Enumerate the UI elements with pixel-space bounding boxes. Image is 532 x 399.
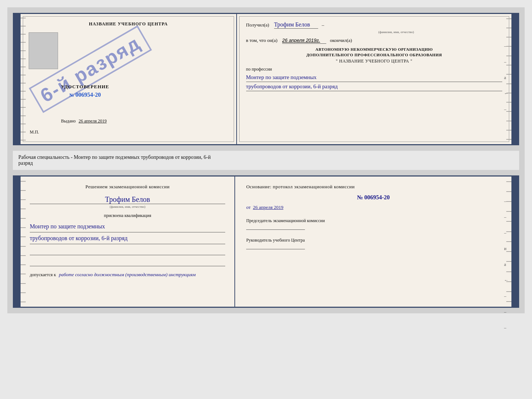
cert-org-line2: ДОПОЛНИТЕЛЬНОГО ПРОФЕССИОНАЛЬНОГО ОБРАЗО… (246, 52, 502, 58)
qual-profession-line1: Монтер по защите подземных (30, 221, 225, 232)
page-wrapper: НАЗВАНИЕ УЧЕБНОГО ЦЕНТРА 6-й разряд УДОС… (7, 7, 525, 313)
qual-director-label: Руководитель учебного Центра (246, 237, 500, 243)
middle-text-block: Рабочая специальность - Монтер по защите… (13, 151, 519, 170)
cert-inthat-row: в том, что он(а) 26 апреля 2019г. окончи… (246, 38, 502, 44)
qual-name-value: Трофим Белов (30, 195, 225, 204)
cert-finished-label: окончил(а) (330, 38, 352, 43)
middle-text-line1: Рабочая специальность - Монтер по защите… (18, 154, 514, 160)
certificate-document: НАЗВАНИЕ УЧЕБНОГО ЦЕНТРА 6-й разряд УДОС… (13, 13, 519, 145)
qual-profession-line2: трубопроводов от коррозии, 6-й разряд (30, 233, 225, 244)
cert-issued-date: 26 апреля 2019 (79, 118, 107, 124)
qual-side-dash-9: – (504, 325, 508, 331)
cert-profession-line2: трубопроводов от коррозии, 6-й разряд (246, 82, 502, 91)
cert-issued-label: Выдано (61, 118, 76, 124)
cert-received-label: Получил(а) (246, 22, 269, 28)
cert-received-row: Получил(а) Трофим Белов – (246, 21, 502, 29)
qual-right-spine (511, 177, 518, 307)
qual-blank-line-2 (30, 259, 225, 266)
cert-received-name: Трофим Белов (274, 21, 318, 29)
qual-director-sign-line (246, 249, 305, 249)
qual-date-block: от 26 апреля 2019 (246, 204, 500, 210)
qual-blank-line-1 (30, 248, 225, 255)
cert-inthat-label: в том, что он(а) (246, 38, 278, 43)
cert-left-border-decoration (21, 14, 26, 144)
qual-left-spine (14, 177, 21, 307)
qual-allowed-block: допускается к работе согласно должностны… (30, 272, 225, 278)
cert-stamp-diagonal: 6-й разряд (30, 13, 150, 125)
qual-protocol-number: № 006954-20 (246, 194, 500, 201)
qual-name-subtext: (фамилия, имя, отчество) (30, 205, 225, 209)
cert-org-line1: АВТОНОМНУЮ НЕКОММЕРЧЕСКУЮ ОРГАНИЗАЦИЮ (246, 47, 502, 52)
qual-chairman-label: Председатель экзаменационной комиссии (246, 218, 500, 224)
qual-allowed-value: работе согласно должностным (производств… (59, 272, 195, 277)
qual-date-value: 26 апреля 2019 (253, 204, 283, 210)
qual-director-block: Руководитель учебного Центра (246, 237, 500, 249)
qual-right-border-decoration (506, 177, 511, 307)
cert-name-subtext: (фамилия, имя, отчество) (290, 30, 502, 34)
cert-org-block: АВТОНОМНУЮ НЕКОММЕРЧЕСКУЮ ОРГАНИЗАЦИЮ ДО… (246, 47, 502, 64)
qual-left-border-decoration (21, 177, 26, 307)
qual-date-prefix: от (246, 204, 251, 210)
cert-profession-line1: Монтер по защите подземных (246, 73, 502, 82)
qualification-document: Решением экзаменационной комиссии Трофим… (13, 175, 519, 308)
cert-number-prefix: № (69, 92, 74, 98)
qual-chairman-sign-line (246, 229, 305, 230)
cert-photo-placeholder (29, 32, 58, 69)
cert-right-spine (511, 14, 518, 144)
cert-date-value: 26 апреля 2019г. (282, 38, 326, 44)
cert-udostoverenie-label: УДОСТОВЕРЕНИЕ (61, 84, 109, 90)
cert-mp-label: М.П. (30, 129, 39, 135)
cert-left-title: НАЗВАНИЕ УЧЕБНОГО ЦЕНТРА (89, 21, 168, 27)
cert-number-line: № 006954-20 (61, 92, 109, 98)
cert-number-block: УДОСТОВЕРЕНИЕ № 006954-20 (61, 84, 109, 98)
cert-profession-label: по профессии (246, 67, 502, 72)
qual-chairman-block: Председатель экзаменационной комиссии (246, 218, 500, 230)
qual-section-title: Решением экзаменационной комиссии (30, 184, 225, 190)
middle-text-line2: разряд (18, 160, 514, 166)
qual-side-dash-8: – (504, 309, 508, 315)
cert-left-spine (14, 14, 21, 144)
qual-assigned-label: присвоена квалификация (30, 213, 225, 218)
qual-left-page: Решением экзаменационной комиссии Трофим… (21, 177, 235, 307)
qual-allowed-label-text: допускается к (30, 272, 56, 277)
cert-dash1: – (322, 22, 324, 28)
cert-org-line3: " НАЗВАНИЕ УЧЕБНОГО ЦЕНТРА " (246, 58, 502, 64)
cert-number-value: 006954-20 (75, 92, 101, 98)
qual-basis-label: Основание: протокол экзаменационной коми… (246, 184, 500, 190)
cert-right-border-decoration (506, 14, 511, 144)
cert-issued-block: Выдано 26 апреля 2019 (61, 118, 107, 124)
cert-left-page: НАЗВАНИЕ УЧЕБНОГО ЦЕНТРА 6-й разряд УДОС… (21, 14, 237, 144)
cert-right-page: Получил(а) Трофим Белов – (фамилия, имя,… (237, 14, 511, 144)
qual-right-page: Основание: протокол экзаменационной коми… (235, 177, 511, 307)
